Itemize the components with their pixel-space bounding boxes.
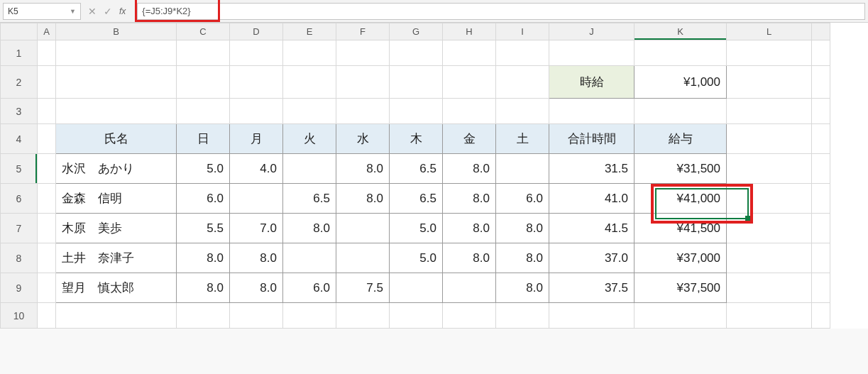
cell[interactable] bbox=[496, 40, 549, 66]
cell[interactable] bbox=[336, 99, 390, 124]
hourly-wage-label[interactable]: 時給 bbox=[549, 66, 634, 99]
cell[interactable] bbox=[812, 40, 830, 66]
cell[interactable] bbox=[443, 273, 496, 303]
cell[interactable] bbox=[177, 99, 230, 124]
row-header-9[interactable]: 9 bbox=[1, 273, 38, 303]
cell[interactable] bbox=[727, 124, 812, 154]
cell[interactable]: 8.0 bbox=[230, 273, 283, 303]
cell[interactable] bbox=[177, 303, 230, 329]
cell[interactable] bbox=[336, 243, 390, 273]
cell[interactable] bbox=[56, 99, 177, 124]
cell[interactable] bbox=[38, 184, 56, 214]
cell[interactable]: 4.0 bbox=[230, 154, 283, 184]
cell[interactable]: 8.0 bbox=[336, 184, 390, 214]
cell[interactable]: 6.0 bbox=[177, 184, 230, 214]
cell[interactable] bbox=[727, 243, 812, 273]
cell[interactable] bbox=[496, 99, 549, 124]
cell[interactable] bbox=[727, 40, 812, 66]
pay-cell[interactable]: ¥37,500 bbox=[634, 273, 727, 303]
cell[interactable] bbox=[496, 66, 549, 99]
col-header-F[interactable]: F bbox=[336, 23, 390, 40]
cell[interactable]: 6.0 bbox=[283, 273, 336, 303]
cell[interactable] bbox=[283, 99, 336, 124]
cell[interactable] bbox=[549, 303, 634, 329]
cell[interactable] bbox=[230, 40, 283, 66]
col-header-J[interactable]: J bbox=[549, 23, 634, 40]
cell[interactable] bbox=[634, 99, 727, 124]
cell[interactable] bbox=[177, 66, 230, 99]
header-tue[interactable]: 火 bbox=[283, 124, 336, 154]
total-cell[interactable]: 37.5 bbox=[549, 273, 634, 303]
cell[interactable] bbox=[812, 243, 830, 273]
cell[interactable] bbox=[38, 99, 56, 124]
header-thu[interactable]: 木 bbox=[390, 124, 443, 154]
cell[interactable]: 8.0 bbox=[496, 273, 549, 303]
cell[interactable]: 8.0 bbox=[177, 273, 230, 303]
cell[interactable] bbox=[496, 303, 549, 329]
header-fri[interactable]: 金 bbox=[443, 124, 496, 154]
cell[interactable] bbox=[390, 40, 443, 66]
pay-cell[interactable]: ¥41,500 bbox=[634, 214, 727, 243]
cell[interactable] bbox=[634, 303, 727, 329]
header-pay[interactable]: 給与 bbox=[634, 124, 727, 154]
spreadsheet-grid[interactable]: A B C D E F G H I J K L 1 2 bbox=[0, 23, 868, 329]
enter-icon[interactable]: ✓ bbox=[104, 6, 112, 17]
cell[interactable] bbox=[336, 66, 390, 99]
cell[interactable] bbox=[38, 124, 56, 154]
formula-input[interactable]: {=J5:J9*K2} bbox=[137, 3, 865, 20]
cell[interactable]: 8.0 bbox=[336, 154, 390, 184]
cell[interactable]: 8.0 bbox=[230, 243, 283, 273]
cell[interactable] bbox=[812, 184, 830, 214]
cell[interactable] bbox=[38, 214, 56, 243]
cell[interactable]: 6.5 bbox=[283, 184, 336, 214]
cell[interactable] bbox=[38, 40, 56, 66]
cell[interactable] bbox=[727, 273, 812, 303]
header-sat[interactable]: 土 bbox=[496, 124, 549, 154]
cell[interactable] bbox=[727, 99, 812, 124]
cell[interactable] bbox=[390, 303, 443, 329]
cell[interactable] bbox=[812, 124, 830, 154]
cell[interactable] bbox=[56, 303, 177, 329]
cell[interactable]: 6.0 bbox=[496, 184, 549, 214]
cell[interactable] bbox=[283, 40, 336, 66]
col-header-D[interactable]: D bbox=[230, 23, 283, 40]
pay-cell[interactable]: ¥41,000 bbox=[634, 184, 727, 214]
row-header-10[interactable]: 10 bbox=[1, 303, 38, 329]
cell[interactable]: 5.5 bbox=[177, 214, 230, 243]
cell[interactable]: 8.0 bbox=[443, 154, 496, 184]
total-cell[interactable]: 41.5 bbox=[549, 214, 634, 243]
cell[interactable]: 8.0 bbox=[443, 184, 496, 214]
name-cell[interactable]: 金森 信明 bbox=[56, 184, 177, 214]
cell[interactable] bbox=[727, 66, 812, 99]
cell[interactable] bbox=[727, 154, 812, 184]
col-header-L[interactable]: L bbox=[727, 23, 812, 40]
name-cell[interactable]: 土井 奈津子 bbox=[56, 243, 177, 273]
col-header-C[interactable]: C bbox=[177, 23, 230, 40]
cell[interactable]: 5.0 bbox=[177, 154, 230, 184]
col-header-G[interactable]: G bbox=[390, 23, 443, 40]
cell[interactable] bbox=[38, 273, 56, 303]
cell[interactable] bbox=[390, 99, 443, 124]
row-header-1[interactable]: 1 bbox=[1, 40, 38, 66]
cell[interactable] bbox=[38, 66, 56, 99]
hourly-wage-value[interactable]: ¥1,000 bbox=[634, 66, 727, 99]
col-header-E[interactable]: E bbox=[283, 23, 336, 40]
cell[interactable] bbox=[56, 40, 177, 66]
cell[interactable]: 6.5 bbox=[390, 184, 443, 214]
name-box[interactable]: K5 ▼ bbox=[3, 3, 81, 20]
cell[interactable]: 8.0 bbox=[443, 214, 496, 243]
cell[interactable] bbox=[812, 303, 830, 329]
cell[interactable] bbox=[38, 303, 56, 329]
total-cell[interactable]: 31.5 bbox=[549, 154, 634, 184]
row-header-7[interactable]: 7 bbox=[1, 214, 38, 243]
cell[interactable] bbox=[230, 184, 283, 214]
cancel-icon[interactable]: ✕ bbox=[88, 6, 97, 17]
cell[interactable] bbox=[549, 99, 634, 124]
cell[interactable] bbox=[727, 214, 812, 243]
header-name[interactable]: 氏名 bbox=[56, 124, 177, 154]
cell[interactable] bbox=[230, 303, 283, 329]
row-header-6[interactable]: 6 bbox=[1, 184, 38, 214]
row-header-8[interactable]: 8 bbox=[1, 243, 38, 273]
cell[interactable]: 8.0 bbox=[177, 243, 230, 273]
cell[interactable] bbox=[812, 66, 830, 99]
